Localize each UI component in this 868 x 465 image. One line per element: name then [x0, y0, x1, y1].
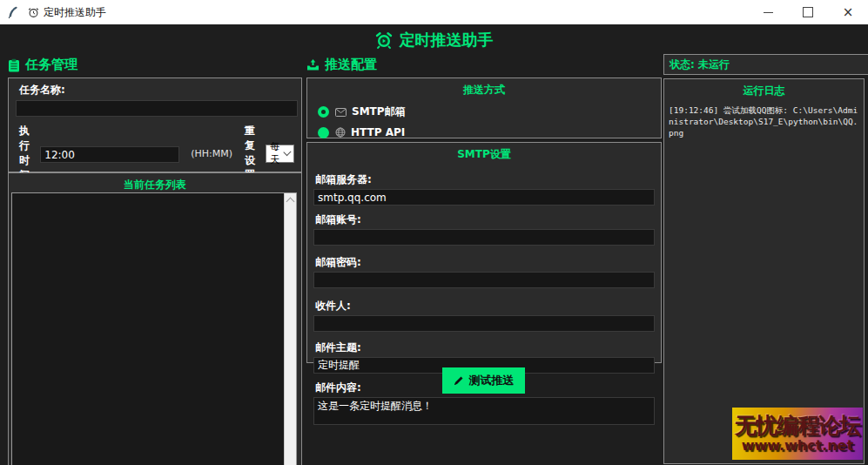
status-text: 状态: 未运行	[670, 57, 730, 72]
app-heading-text: 定时推送助手	[400, 30, 494, 51]
repeat-select[interactable]: 每天	[266, 145, 294, 163]
alarm-clock-icon	[375, 31, 393, 49]
watermark-title: 无忧编程论坛	[735, 414, 860, 436]
task-list-group: 当前任务列表	[8, 172, 302, 465]
mail-content-textarea[interactable]: 这是一条定时提醒消息！	[313, 397, 655, 425]
radio-unselected-icon	[318, 127, 329, 138]
minimize-button[interactable]	[748, 0, 788, 24]
watermark-url: www.whct.net	[742, 439, 854, 453]
task-list-scrollbar[interactable]	[284, 193, 296, 465]
maximize-button[interactable]	[788, 0, 828, 24]
minimize-icon	[764, 12, 773, 13]
close-button[interactable]: ×	[828, 0, 868, 24]
close-icon: ×	[843, 6, 854, 19]
smtp-server-input[interactable]	[313, 189, 655, 206]
test-push-label: 测试推送	[469, 373, 515, 388]
window-title: 定时推送助手	[44, 5, 106, 20]
envelope-icon	[335, 108, 347, 117]
smtp-account-label: 邮箱账号:	[313, 212, 655, 227]
task-form-group: 任务名称: 执行时间: (HH:MM) 重复设置: 每天 + 添加	[8, 78, 302, 172]
outbox-icon	[306, 58, 320, 71]
push-method-title: 推送方式	[307, 78, 661, 98]
log-output[interactable]: [19:12:46] 尝试加载QQ图标: C:\Users\Administra…	[669, 104, 859, 138]
radio-option-http[interactable]: HTTP API	[318, 126, 661, 138]
smtp-password-label: 邮箱密码:	[313, 255, 655, 270]
app-window: { "window": { "title": "定时推送助手", "contro…	[0, 0, 868, 465]
test-push-button[interactable]: 测试推送	[442, 367, 525, 394]
push-method-group: 推送方式 SMTP邮箱 HTTP API	[306, 78, 662, 138]
push-panel-header: 推送配置	[306, 57, 377, 73]
globe-icon	[335, 127, 346, 138]
maximize-icon	[803, 7, 813, 17]
smtp-settings-title: SMTP设置	[307, 143, 661, 162]
task-panel-header: 任务管理	[8, 57, 77, 73]
task-name-label: 任务名称:	[16, 83, 294, 98]
app-heading: 定时推送助手	[0, 30, 868, 51]
pencil-icon	[454, 375, 464, 386]
radio-option-smtp[interactable]: SMTP邮箱	[318, 104, 661, 119]
task-listbox[interactable]	[11, 192, 297, 465]
radio-smtp-label: SMTP邮箱	[352, 104, 406, 119]
time-input[interactable]	[40, 146, 179, 163]
titlebar-clock-icon	[28, 7, 39, 18]
log-group: 运行日志 [19:12:46] 尝试加载QQ图标: C:\Users\Admin…	[663, 78, 865, 464]
time-format-hint: (HH:MM)	[191, 148, 232, 159]
radio-selected-icon	[318, 106, 329, 118]
smtp-account-input[interactable]	[313, 229, 655, 246]
push-panel-header-text: 推送配置	[325, 57, 377, 73]
radio-http-label: HTTP API	[351, 126, 405, 138]
app-feather-icon	[7, 6, 18, 19]
smtp-server-label: 邮箱服务器:	[313, 172, 655, 187]
smtp-settings-group: SMTP设置 邮箱服务器: 邮箱账号: 邮箱密码: 收件人: 邮件主题: 邮件内…	[306, 142, 662, 363]
task-panel-header-text: 任务管理	[25, 57, 77, 73]
chevron-down-icon	[284, 148, 292, 156]
mail-subject-label: 邮件主题:	[313, 340, 655, 355]
clipboard-icon	[8, 58, 20, 72]
smtp-password-input[interactable]	[313, 272, 655, 288]
recipient-label: 收件人:	[313, 299, 655, 313]
repeat-select-value: 每天	[270, 140, 285, 166]
titlebar: 定时推送助手 ×	[0, 0, 868, 24]
task-list-title: 当前任务列表	[9, 173, 301, 192]
recipient-input[interactable]	[313, 315, 655, 332]
window-controls: ×	[748, 0, 868, 24]
status-badge: 状态: 未运行	[663, 54, 868, 75]
log-title: 运行日志	[664, 79, 864, 98]
main-area: 定时推送助手 任务管理 任务名称: 执行时间: (HH:MM) 重复设置: 每天…	[0, 24, 868, 465]
task-name-input[interactable]	[16, 100, 298, 117]
scroll-up-icon	[286, 198, 295, 206]
watermark-logo: 无忧编程论坛 www.whct.net	[732, 408, 863, 460]
